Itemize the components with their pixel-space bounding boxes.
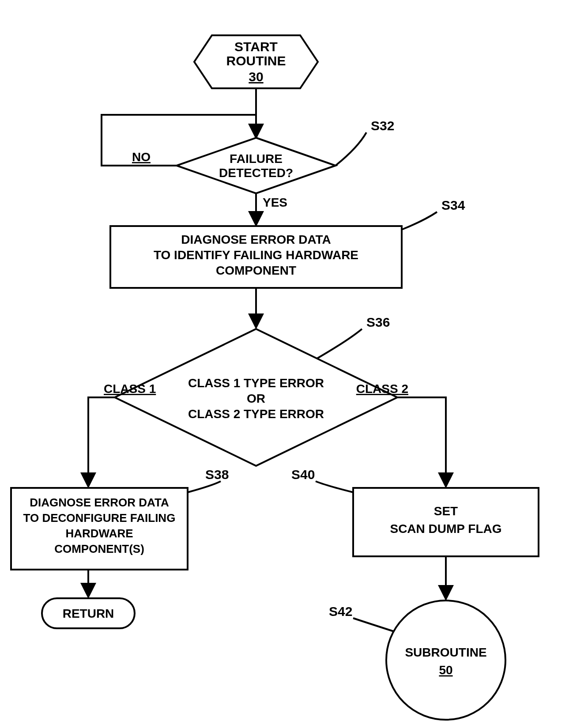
svg-point-7 <box>386 600 505 720</box>
process-diagnose-identify: DIAGNOSE ERROR DATA TO IDENTIFY FAILING … <box>110 226 402 288</box>
label-class2: CLASS 2 <box>356 382 408 396</box>
p2-line2: TO DECONFIGURE FAILING <box>23 511 176 525</box>
callout-line-s36 <box>317 329 362 359</box>
callout-s36: S36 <box>366 315 390 329</box>
subroutine-node: SUBROUTINE 50 <box>386 600 505 720</box>
decision-failure-detected: FAILURE DETECTED? <box>177 138 335 193</box>
d1-line2: DETECTED? <box>219 166 293 180</box>
return-node: RETURN <box>42 598 135 628</box>
process-set-scan-dump-flag: SET SCAN DUMP FLAG <box>353 488 539 556</box>
return-line1: RETURN <box>63 607 114 620</box>
start-ref: 30 <box>249 69 263 84</box>
p1-line1: DIAGNOSE ERROR DATA <box>181 233 331 246</box>
start-line1: START <box>234 39 278 54</box>
d2-line3: CLASS 2 TYPE ERROR <box>188 407 324 421</box>
d1-line1: FAILURE <box>230 152 283 166</box>
decision-class-type: CLASS 1 TYPE ERROR OR CLASS 2 TYPE ERROR <box>115 329 397 466</box>
d2-line2: OR <box>247 392 265 405</box>
p2-line4: COMPONENT(S) <box>54 542 144 555</box>
start-line2: ROUTINE <box>226 53 286 68</box>
callout-s40: S40 <box>291 467 315 482</box>
d2-line1: CLASS 1 TYPE ERROR <box>188 376 324 390</box>
callout-line-s32 <box>335 132 366 166</box>
p3-line2: SCAN DUMP FLAG <box>390 522 501 536</box>
p2-line1: DIAGNOSE ERROR DATA <box>30 496 169 509</box>
callout-s42: S42 <box>329 604 352 619</box>
callout-line-s40 <box>316 481 353 492</box>
callout-s34: S34 <box>441 198 465 212</box>
p3-line1: SET <box>434 504 458 518</box>
process-diagnose-deconfigure: DIAGNOSE ERROR DATA TO DECONFIGURE FAILI… <box>11 488 188 570</box>
p1-line2: TO IDENTIFY FAILING HARDWARE <box>154 248 358 262</box>
sub-ref: 50 <box>439 663 452 677</box>
start-node: START ROUTINE 30 <box>194 35 318 88</box>
label-no: NO <box>132 150 151 164</box>
callout-line-s42 <box>353 618 394 631</box>
callout-line-s38 <box>188 481 221 492</box>
callout-line-s34 <box>402 212 437 230</box>
flowchart: START ROUTINE 30 FAILURE DETECTED? S32 N… <box>0 0 588 725</box>
callout-s32: S32 <box>371 118 394 133</box>
p1-line3: COMPONENT <box>216 264 296 277</box>
callout-s38: S38 <box>205 467 229 482</box>
sub-line1: SUBROUTINE <box>405 646 486 659</box>
label-yes: YES <box>263 196 287 209</box>
p2-line3: HARDWARE <box>65 527 133 540</box>
label-class1: CLASS 1 <box>104 382 156 396</box>
